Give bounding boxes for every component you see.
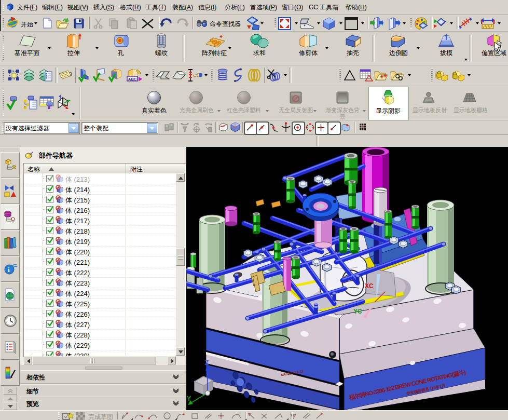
svg-text:i: i xyxy=(8,266,10,274)
svg-text:ABC: ABC xyxy=(128,77,137,82)
svg-text:Z: Z xyxy=(205,359,209,367)
svg-text:YC: YC xyxy=(353,308,362,315)
svg-text:XC: XC xyxy=(365,282,374,290)
svg-text:Y: Y xyxy=(187,395,191,402)
